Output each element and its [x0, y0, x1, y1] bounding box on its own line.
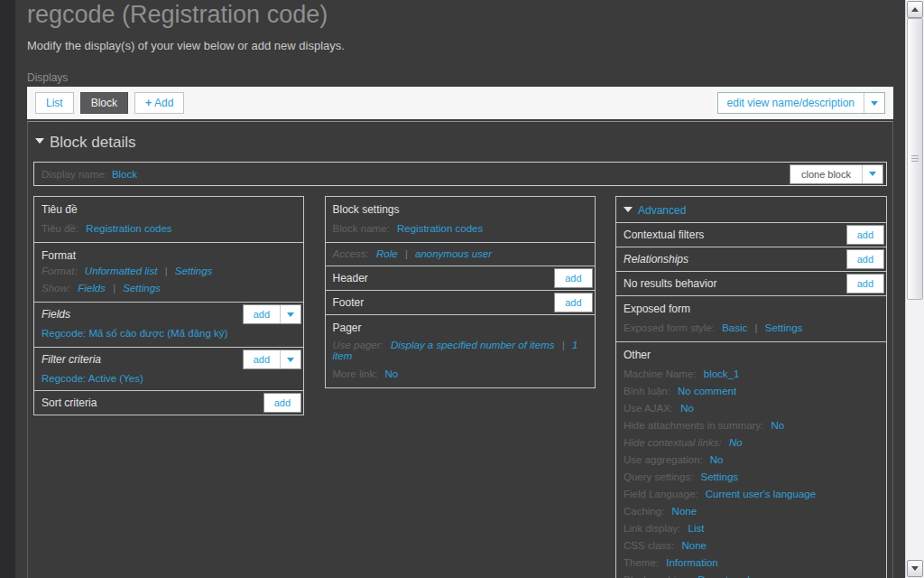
- add-filter-button[interactable]: add: [243, 350, 301, 369]
- add-sort-button[interactable]: add: [263, 393, 301, 413]
- show-settings-link[interactable]: Settings: [123, 283, 161, 294]
- main-content: regcode (Registration code) Modify the d…: [15, 0, 906, 578]
- collapse-arrow-icon: [624, 207, 633, 212]
- page-subtitle: Modify the display(s) of your view below…: [27, 39, 893, 52]
- format-settings-link[interactable]: Settings: [175, 266, 213, 276]
- format-section: Format Format: Unformatted list | Settin…: [33, 242, 304, 303]
- title-setting-link[interactable]: Registration codes: [86, 223, 171, 234]
- query-settings-label: Query settings:: [624, 471, 693, 482]
- exposed-form-style-row: Exposed form style: Basic | Settings: [616, 315, 886, 341]
- scroll-down-button[interactable]: [907, 560, 923, 577]
- more-link-row: More link: No: [326, 366, 595, 387]
- separator: |: [113, 283, 116, 294]
- caching-link[interactable]: None: [672, 506, 698, 517]
- block-name-link[interactable]: Registration codes: [397, 223, 483, 234]
- hide-attachments-label: Hide attachments in summary:: [624, 420, 763, 431]
- add-contextual-filter-button[interactable]: add: [846, 225, 884, 245]
- hide-contextual-links-link[interactable]: No: [729, 437, 743, 448]
- comment-label: Bình luận:: [624, 386, 670, 396]
- show-fields-link[interactable]: Fields: [78, 283, 106, 294]
- advanced-link[interactable]: Advanced: [638, 204, 686, 217]
- add-label: add: [847, 275, 883, 293]
- block-caching-row: Block caching: Do not cache: [616, 572, 886, 578]
- add-footer-button[interactable]: add: [554, 293, 592, 312]
- format-style-link[interactable]: Unformatted list: [85, 266, 158, 276]
- machine-name-link[interactable]: block_1: [704, 368, 740, 379]
- tab-add-display[interactable]: + Add: [134, 92, 184, 114]
- add-relationship-button[interactable]: add: [846, 249, 884, 269]
- pager-section-header: Pager: [326, 315, 595, 334]
- clone-block-label: clone block: [790, 165, 862, 183]
- title-section: Tiêu đề Tiêu đề: Registration codes: [33, 196, 304, 243]
- separator: |: [405, 248, 408, 259]
- advanced-toggle-row[interactable]: Advanced: [616, 197, 886, 222]
- title-setting-row: Tiêu đề: Registration codes: [34, 216, 303, 242]
- pager-type-link[interactable]: Display a specified number of items: [391, 340, 555, 350]
- add-field-button[interactable]: add: [243, 304, 301, 324]
- page-title: regcode (Registration code): [27, 0, 893, 28]
- footer-section-row: Footer add: [326, 291, 595, 314]
- tab-list[interactable]: List: [35, 92, 74, 114]
- arrow-up-icon: [911, 7, 919, 12]
- link-display-link[interactable]: List: [688, 523, 705, 534]
- add-label: add: [244, 350, 280, 368]
- arrow-down-icon: [911, 566, 919, 571]
- relationships-label: Relationships: [624, 253, 688, 266]
- hide-attachments-link[interactable]: No: [772, 420, 785, 431]
- theme-link[interactable]: Information: [666, 557, 718, 568]
- use-ajax-row: Use AJAX: No: [616, 400, 886, 417]
- query-settings-link[interactable]: Settings: [701, 471, 739, 482]
- field-language-link[interactable]: Current user's language: [706, 489, 816, 499]
- clone-block-wrap: clone block: [790, 164, 883, 184]
- access-role-link[interactable]: anonymous user: [415, 248, 492, 259]
- dropdown-arrow-icon[interactable]: [862, 165, 882, 183]
- right-column: Advanced Contextual filters add: [615, 196, 887, 578]
- scrollbar-thumb[interactable]: [907, 18, 923, 300]
- filter-section-header: Filter criteria: [42, 353, 101, 366]
- use-pager-row: Use pager: Display a specified number of…: [326, 334, 595, 366]
- filter-link[interactable]: Regcode: Active (Yes): [42, 373, 143, 384]
- dropdown-arrow-icon[interactable]: [864, 93, 884, 113]
- tab-block[interactable]: Block: [80, 92, 128, 114]
- show-label: Show:: [42, 283, 70, 294]
- link-display-row: Link display: List: [616, 520, 886, 537]
- use-aggregation-label: Use aggregation:: [624, 454, 703, 465]
- field-language-row: Field Language: Current user's language: [616, 486, 886, 503]
- use-ajax-link[interactable]: No: [680, 403, 694, 414]
- block-name-row: Block name: Registration codes: [326, 216, 595, 242]
- format-setting-row: Format: Unformatted list | Settings: [34, 262, 303, 281]
- separator: |: [562, 340, 565, 350]
- add-header-button[interactable]: add: [554, 268, 592, 288]
- dropdown-arrow-icon[interactable]: [280, 305, 300, 323]
- access-type-link[interactable]: Role: [376, 248, 398, 259]
- use-aggregation-link[interactable]: No: [710, 454, 724, 465]
- block-caching-link[interactable]: Do not cache: [698, 574, 759, 578]
- left-edge-strip: [0, 0, 15, 578]
- filter-row: Regcode: Active (Yes): [34, 371, 303, 390]
- filter-section-header-row: Filter criteria add: [34, 348, 303, 371]
- edit-view-name-button[interactable]: edit view name/description: [717, 92, 885, 114]
- panel-title-row[interactable]: Block details: [33, 122, 887, 152]
- relationships-row: Relationships add: [616, 247, 886, 271]
- comment-link[interactable]: No comment: [678, 386, 736, 396]
- exposed-style-link[interactable]: Basic: [722, 322, 747, 333]
- machine-name-label: Machine Name:: [624, 368, 697, 379]
- other-section: Other Machine Name: block_1 Bình luận: N…: [615, 341, 887, 578]
- display-name-link[interactable]: Block: [112, 169, 137, 180]
- separator: |: [165, 266, 168, 276]
- vertical-scrollbar[interactable]: [905, 0, 924, 578]
- exposed-settings-link[interactable]: Settings: [765, 322, 803, 333]
- scroll-up-button[interactable]: [907, 1, 923, 18]
- collapse-arrow-icon: [35, 138, 44, 144]
- filter-section: Filter criteria add Regcode: Active (Yes…: [33, 347, 304, 391]
- field-link[interactable]: Regcode: Mã số cào được (Mã đăng ký): [42, 328, 227, 339]
- add-label: add: [555, 294, 591, 312]
- css-class-link[interactable]: None: [681, 540, 707, 551]
- add-label: add: [847, 226, 883, 244]
- plus-icon: +: [145, 97, 152, 109]
- add-no-results-button[interactable]: add: [846, 274, 884, 294]
- more-link-value[interactable]: No: [385, 368, 399, 379]
- display-tabs-bar: List Block + Add edit view name/descript…: [27, 87, 893, 119]
- clone-block-button[interactable]: clone block: [790, 164, 883, 184]
- dropdown-arrow-icon[interactable]: [280, 350, 300, 368]
